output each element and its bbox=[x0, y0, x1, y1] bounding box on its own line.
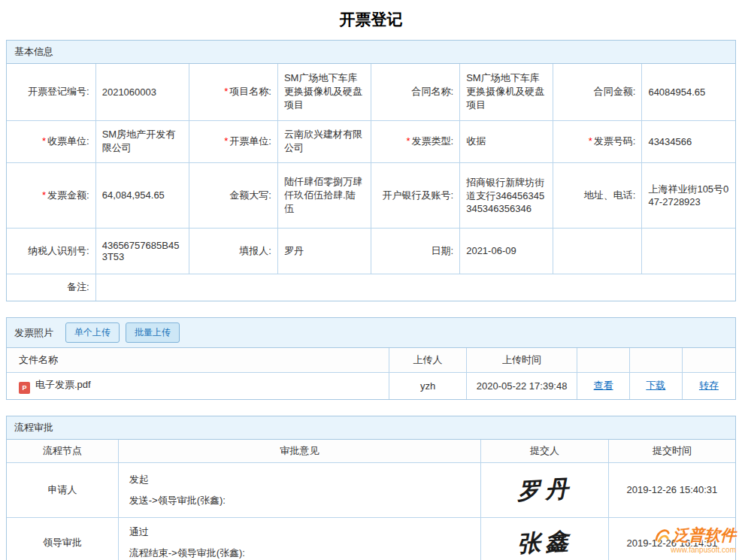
label-invoicing-unit: *开票单位: bbox=[189, 120, 277, 162]
basic-info-row-remarks: 备注: bbox=[7, 274, 735, 301]
approval-opinion: 发起 发送->领导审批(张鑫): bbox=[118, 462, 481, 517]
label-invoice-type: *发票类型: bbox=[371, 120, 459, 162]
approval-opinion: 通过 流程结束->领导审批(张鑫): bbox=[118, 517, 481, 560]
required-asterisk: * bbox=[42, 135, 46, 147]
file-uploader: yzh bbox=[389, 373, 467, 399]
file-upload-time: 2020-05-22 17:39:48 bbox=[466, 373, 577, 399]
basic-info-row-1: 开票登记编号: 2021060003 *项目名称: SM广场地下车库更换摄像机及… bbox=[7, 64, 735, 120]
required-asterisk: * bbox=[42, 189, 46, 201]
label-contract-name: 合同名称: bbox=[371, 64, 459, 120]
file-name[interactable]: 电子发票.pdf bbox=[35, 379, 91, 390]
approval-section: 流程审批 流程节点 审批意见 提交人 提交时间 申请人 发起 发送->领导审批 bbox=[6, 416, 736, 560]
approval-action: 通过 bbox=[129, 525, 471, 539]
label-date: 日期: bbox=[371, 228, 459, 274]
column-submitter: 提交人 bbox=[481, 440, 609, 463]
label-text: 发票金额: bbox=[47, 189, 89, 201]
basic-info-row-4: 纳税人识别号: 43656757685B453T53 填报人: 罗丹 日期: 2… bbox=[7, 228, 735, 274]
column-action-transfer bbox=[682, 348, 735, 373]
view-cell: 查看 bbox=[577, 373, 630, 399]
label-text: 备注: bbox=[67, 281, 89, 292]
invoice-photos-section-title: 发票照片 bbox=[14, 326, 53, 340]
value-filler: 罗丹 bbox=[277, 228, 371, 274]
required-asterisk: * bbox=[406, 135, 410, 147]
submit-time: 2019-12-26 15:40:31 bbox=[608, 462, 735, 517]
approval-row-leader: 领导审批 通过 流程结束->领导审批(张鑫): 张鑫 2019-12-26 16… bbox=[7, 517, 735, 560]
value-contract-amount: 64084954.65 bbox=[642, 64, 735, 120]
label-text: 日期: bbox=[432, 245, 454, 256]
value-invoice-number: 43434566 bbox=[642, 120, 735, 162]
label-invoice-amount: *发票金额: bbox=[7, 162, 95, 228]
label-empty bbox=[553, 228, 642, 274]
label-text: 开票单位: bbox=[229, 135, 271, 147]
value-receiving-unit: SM房地产开发有限公司 bbox=[95, 120, 189, 162]
value-invoice-amount: 64,084,954.65 bbox=[95, 162, 189, 228]
approval-route: 发送->领导审批(张鑫): bbox=[129, 494, 471, 507]
value-address-phone: 上海祥业街105号047-2728923 bbox=[642, 162, 735, 228]
required-asterisk: * bbox=[224, 86, 228, 97]
label-text: 开户银行及账号: bbox=[383, 189, 454, 201]
basic-info-section-title: 基本信息 bbox=[7, 41, 735, 64]
download-link[interactable]: 下载 bbox=[646, 380, 665, 391]
label-text: 纳税人识别号: bbox=[28, 245, 89, 256]
signature-image: 张鑫 bbox=[516, 525, 574, 560]
approval-route: 流程结束->领导审批(张鑫): bbox=[129, 546, 471, 560]
label-text: 收票单位: bbox=[47, 135, 89, 147]
label-text: 填报人: bbox=[239, 245, 271, 256]
approval-section-title: 流程审批 bbox=[7, 416, 735, 440]
approval-action: 发起 bbox=[129, 473, 471, 486]
value-empty bbox=[642, 228, 735, 274]
label-remarks: 备注: bbox=[7, 274, 95, 301]
label-text: 发票类型: bbox=[412, 135, 454, 147]
single-upload-button[interactable]: 单个上传 bbox=[65, 322, 120, 343]
submitter-cell: 张鑫 bbox=[481, 517, 609, 560]
file-row: P电子发票.pdf yzh 2020-05-22 17:39:48 查看 下载 … bbox=[7, 373, 735, 399]
approval-header-row: 流程节点 审批意见 提交人 提交时间 bbox=[7, 440, 735, 463]
label-receiving-unit: *收票单位: bbox=[7, 120, 95, 162]
value-date: 2021-06-09 bbox=[460, 228, 553, 274]
label-text: 开票登记编号: bbox=[28, 86, 89, 97]
column-action-view bbox=[577, 348, 630, 373]
label-text: 地址、电话: bbox=[584, 189, 636, 201]
approval-row-applicant: 申请人 发起 发送->领导审批(张鑫): 罗丹 2019-12-26 15:40… bbox=[7, 462, 735, 517]
column-file-name: 文件名称 bbox=[7, 348, 389, 373]
approval-node: 申请人 bbox=[7, 462, 118, 517]
label-amount-in-words: 金额大写: bbox=[189, 162, 277, 228]
batch-upload-button[interactable]: 批量上传 bbox=[126, 322, 180, 343]
invoice-registration-page: 开票登记 基本信息 开票登记编号: 2021060003 *项目名称: SM广场… bbox=[0, 0, 742, 560]
column-submit-time: 提交时间 bbox=[608, 440, 735, 463]
column-upload-time: 上传时间 bbox=[466, 348, 577, 373]
label-text: 合同金额: bbox=[594, 86, 636, 97]
label-text: 金额大写: bbox=[229, 189, 271, 201]
required-asterisk: * bbox=[589, 135, 592, 147]
view-link[interactable]: 查看 bbox=[594, 380, 613, 391]
label-bank-and-account: 开户银行及账号: bbox=[371, 162, 459, 228]
label-text: 发票号码: bbox=[594, 135, 636, 147]
required-asterisk: * bbox=[224, 135, 228, 147]
pdf-icon: P bbox=[19, 382, 30, 394]
basic-info-row-2: *收票单位: SM房地产开发有限公司 *开票单位: 云南欣兴建材有限公司 *发票… bbox=[7, 120, 735, 162]
label-taxpayer-id: 纳税人识别号: bbox=[7, 228, 95, 274]
transfer-cell: 转存 bbox=[682, 373, 735, 399]
value-remarks bbox=[95, 274, 735, 301]
invoice-photos-header: 发票照片 单个上传 批量上传 bbox=[7, 318, 735, 348]
basic-info-table: 开票登记编号: 2021060003 *项目名称: SM广场地下车库更换摄像机及… bbox=[7, 64, 735, 301]
value-contract-name: SM广场地下车库更换摄像机及硬盘项目 bbox=[460, 64, 553, 120]
label-invoice-reg-no: 开票登记编号: bbox=[7, 64, 95, 120]
files-table-header-row: 文件名称 上传人 上传时间 bbox=[7, 348, 735, 373]
value-bank-and-account: 招商银行新牌坊街道支行346456345345346356346 bbox=[460, 162, 553, 228]
label-contract-amount: 合同金额: bbox=[553, 64, 642, 120]
value-invoicing-unit: 云南欣兴建材有限公司 bbox=[277, 120, 371, 162]
download-cell: 下载 bbox=[629, 373, 682, 399]
label-project-name: *项目名称: bbox=[189, 64, 277, 120]
files-table: 文件名称 上传人 上传时间 P电子发票.pdf yzh 2020-05-22 1… bbox=[7, 348, 735, 399]
label-invoice-number: *发票号码: bbox=[553, 120, 642, 162]
value-project-name: SM广场地下车库更换摄像机及硬盘项目 bbox=[277, 64, 371, 120]
invoice-photos-section: 发票照片 单个上传 批量上传 文件名称 上传人 上传时间 bbox=[6, 317, 736, 400]
file-name-cell: P电子发票.pdf bbox=[7, 373, 389, 399]
label-text: 合同名称: bbox=[412, 86, 454, 97]
submit-time: 2019-12-26 16:14:51 bbox=[608, 517, 735, 560]
transfer-link[interactable]: 转存 bbox=[699, 380, 719, 391]
value-amount-in-words: 陆仟肆佰零捌万肆仟玖佰伍拾肆.陆伍 bbox=[277, 162, 371, 228]
column-action-download bbox=[629, 348, 682, 373]
value-invoice-type: 收据 bbox=[460, 120, 553, 162]
